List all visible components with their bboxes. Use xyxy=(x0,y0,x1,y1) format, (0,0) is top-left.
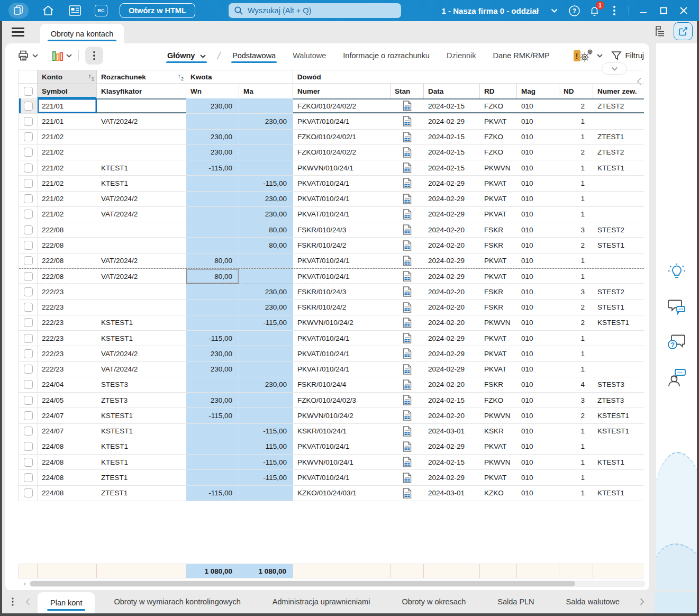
cell-rd[interactable]: FSKR xyxy=(480,238,517,252)
notifications-bell-icon[interactable]: 1 xyxy=(588,4,601,17)
row-checkbox[interactable] xyxy=(24,117,33,126)
cell-symbol[interactable]: 222/23 xyxy=(38,315,97,330)
cell-stan[interactable] xyxy=(391,408,424,423)
cell-symbol[interactable]: 222/08 xyxy=(38,222,97,237)
filter-button[interactable]: Filtruj xyxy=(611,50,644,61)
maximize-button[interactable] xyxy=(657,4,670,17)
cell-mag[interactable]: 010 xyxy=(517,362,559,377)
cell-wn[interactable] xyxy=(186,424,239,439)
row-checkbox[interactable] xyxy=(24,411,33,420)
cell-rd[interactable]: PKVAT xyxy=(480,331,517,346)
cell-mag[interactable]: 010 xyxy=(517,207,559,222)
cell-wn[interactable]: 230,00 xyxy=(186,362,239,377)
cell-mag[interactable]: 010 xyxy=(517,284,559,299)
row-checkbox[interactable] xyxy=(24,427,33,436)
cell-symbol[interactable]: 224/07 xyxy=(38,408,97,423)
cell-ma[interactable] xyxy=(239,486,293,501)
row-checkbox[interactable] xyxy=(24,179,33,188)
row-checkbox[interactable] xyxy=(24,442,33,451)
row-checkbox[interactable] xyxy=(24,287,33,296)
cell-data[interactable]: 2024-02-29 xyxy=(424,362,480,377)
cell-numer-zew[interactable]: ZTEST2 xyxy=(593,145,644,160)
cell-symbol[interactable]: 222/08 xyxy=(38,269,97,284)
menu-hamburger-icon[interactable] xyxy=(12,28,24,37)
cell-klasyfikator[interactable]: KTEST1 xyxy=(97,176,186,191)
cell-stan[interactable] xyxy=(391,439,424,454)
cell-numer[interactable]: FSKR/010/24/4 xyxy=(293,377,391,392)
cell-mag[interactable]: 010 xyxy=(517,439,559,454)
row-checkbox[interactable] xyxy=(24,132,33,141)
cell-klasyfikator[interactable] xyxy=(97,145,186,160)
cell-data[interactable]: 2024-02-15 xyxy=(424,160,480,175)
group-header-kwota[interactable]: Kwota xyxy=(186,70,293,83)
table-row[interactable]: 221/01230,00FZKO/010/24/02/22024-02-15FZ… xyxy=(19,98,644,114)
column-header-numer-zew[interactable]: Numer zew. xyxy=(593,84,644,98)
cell-wn[interactable]: 80,00 xyxy=(186,269,239,284)
cell-numer[interactable]: FZKO/010/24/02/1 xyxy=(293,130,391,144)
cell-numer-zew[interactable]: ZTEST3 xyxy=(593,393,644,407)
help-chat-icon[interactable]: ? xyxy=(667,334,686,351)
help-icon[interactable]: ? xyxy=(568,4,580,17)
bottom-tab-salda-walutowe[interactable]: Salda walutowe xyxy=(553,590,633,613)
cell-numer-zew[interactable] xyxy=(593,176,644,191)
cell-klasyfikator[interactable]: ZTEST3 xyxy=(97,393,186,407)
cell-data[interactable]: 2024-02-20 xyxy=(424,284,480,299)
row-checkbox[interactable] xyxy=(24,194,33,203)
column-header-mag[interactable]: Mag xyxy=(517,84,559,98)
cell-mag[interactable]: 010 xyxy=(517,145,559,160)
cell-ma[interactable]: 115,00 xyxy=(239,439,293,454)
cell-data[interactable]: 2024-02-29 xyxy=(424,470,480,485)
cell-wn[interactable]: -115,00 xyxy=(186,160,239,175)
cell-nd[interactable]: 2 xyxy=(559,300,593,314)
cell-numer-zew[interactable]: KSTEST1 xyxy=(593,408,644,423)
cell-numer-zew[interactable] xyxy=(593,362,644,377)
feedback-chat-icon[interactable] xyxy=(667,298,686,316)
cell-stan[interactable] xyxy=(391,98,424,113)
cell-ma[interactable]: -115,00 xyxy=(239,424,293,439)
column-header-rd[interactable]: RD xyxy=(480,84,517,98)
cell-numer-zew[interactable]: ZTEST1 xyxy=(593,130,644,144)
table-row[interactable]: 221/02VAT/2024/2230,00PKVAT/010/24/12024… xyxy=(19,192,644,207)
cell-symbol[interactable]: 221/02 xyxy=(38,176,97,191)
share-icon[interactable] xyxy=(674,22,693,40)
cell-data[interactable]: 2024-03-01 xyxy=(424,486,480,501)
table-row[interactable]: 222/23230,00FSKR/010/24/32024-02-20FSKR0… xyxy=(19,284,644,300)
cell-numer[interactable]: FZKO/010/24/02/2 xyxy=(293,98,391,113)
print-button[interactable] xyxy=(17,49,38,62)
cell-stan[interactable] xyxy=(391,300,424,314)
cell-stan[interactable] xyxy=(391,114,424,129)
cell-ma[interactable] xyxy=(239,331,293,346)
cell-nd[interactable]: 1 xyxy=(559,192,593,206)
cell-ma[interactable] xyxy=(239,130,293,144)
cell-wn[interactable]: 230,00 xyxy=(186,346,239,361)
row-checkbox[interactable] xyxy=(24,334,33,343)
cell-wn[interactable]: -115,00 xyxy=(186,408,239,423)
cell-symbol[interactable]: 224/04 xyxy=(38,377,97,392)
horizontal-scrollbar[interactable]: ‹ xyxy=(24,580,646,587)
cell-stan[interactable] xyxy=(391,253,424,268)
cell-rd[interactable]: PKVAT xyxy=(480,192,517,206)
cell-numer[interactable]: FSKR/010/24/3 xyxy=(293,284,391,299)
cell-numer[interactable]: PKVAT/010/24/1 xyxy=(293,207,391,222)
cell-symbol[interactable]: 224/08 xyxy=(38,455,97,469)
cell-data[interactable]: 2024-02-20 xyxy=(424,222,480,237)
cell-ma[interactable]: 230,00 xyxy=(239,114,293,129)
cell-symbol[interactable]: 222/08 xyxy=(38,253,97,268)
cell-numer-zew[interactable] xyxy=(593,346,644,361)
cell-ma[interactable]: 80,00 xyxy=(239,222,293,237)
cell-mag[interactable]: 010 xyxy=(517,486,559,501)
search-input[interactable]: Wyszukaj (Alt + Q) xyxy=(229,3,401,18)
tabs-scroll-left-icon[interactable] xyxy=(25,598,30,605)
cell-mag[interactable]: 010 xyxy=(517,238,559,252)
table-row[interactable]: 221/01VAT/2024/2230,00PKVAT/010/24/12024… xyxy=(19,114,644,129)
cell-wn[interactable]: 230,00 xyxy=(186,393,239,407)
table-row[interactable]: 222/23230,00FSKR/010/24/22024-02-20FSKR0… xyxy=(19,300,644,315)
cell-klasyfikator[interactable]: KTEST1 xyxy=(97,439,186,454)
cell-klasyfikator[interactable]: STEST3 xyxy=(97,377,186,392)
group-header-konto[interactable]: Konto ↑1 xyxy=(38,70,97,83)
cell-nd[interactable]: 4 xyxy=(559,377,593,392)
cell-nd[interactable]: 1 xyxy=(559,362,593,377)
cell-wn[interactable] xyxy=(186,377,239,392)
cell-ma[interactable]: 230,00 xyxy=(239,207,293,222)
cell-rd[interactable]: PKVAT xyxy=(480,207,517,222)
